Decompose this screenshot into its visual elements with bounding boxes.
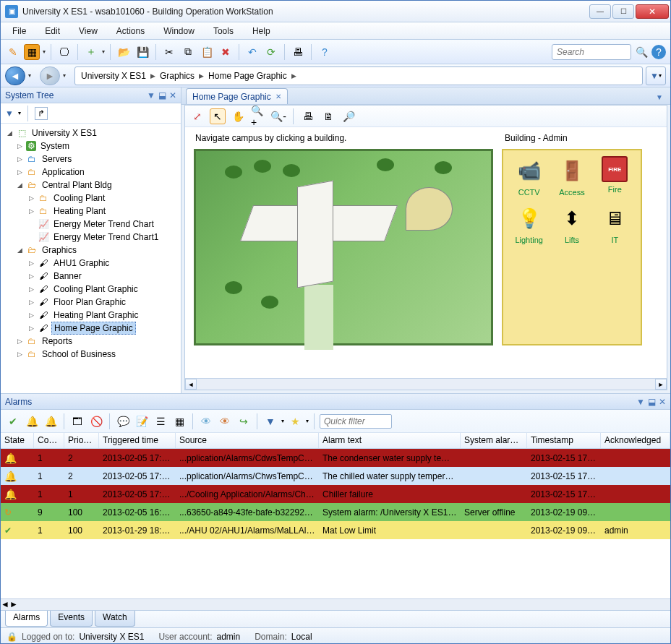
print-icon[interactable]: 🖶 [300,108,316,124]
breadcrumb-box[interactable]: University X ES1 ▶ Graphics ▶ Home Page … [74,66,643,85]
tool-open-icon[interactable]: 📂 [116,44,132,60]
bell-icon[interactable]: 🔔 [24,413,40,429]
tool-check-icon[interactable]: ✎ [5,44,21,60]
pan-icon[interactable]: ✋ [230,108,246,124]
panel-item-fire[interactable]: FIREFire [595,156,635,197]
log-icon[interactable]: 📝 [134,413,150,429]
tree-node-reports[interactable]: ▷🗀Reports [4,335,181,348]
search-input[interactable] [552,44,631,60]
tool-help-icon[interactable]: ? [317,44,333,60]
scroll-left-icon[interactable]: ◄ [1,599,9,610]
tab-alarms[interactable]: Alarms [5,611,48,627]
pointer-icon[interactable]: ↖ [210,108,226,124]
tree-node-graphics[interactable]: ◢🗁Graphics [4,244,181,257]
zoom-reset-icon[interactable]: ⤢ [189,108,205,124]
panel-pin-icon[interactable]: ⬓ [648,397,656,407]
panel-dropdown-icon[interactable]: ▼ [636,397,645,407]
context-help-icon[interactable]: ? [651,45,666,59]
panel-item-cctv[interactable]: 📹CCTV [509,156,549,197]
panel-close-icon[interactable]: ✕ [659,397,666,407]
bell-mute-icon[interactable]: 🔔 [43,413,59,429]
tool-delete-icon[interactable]: ✖ [218,44,234,60]
dropdown-icon[interactable]: ▾ [43,48,46,55]
nav-back-button[interactable]: ◄ [5,66,25,85]
dropdown-icon[interactable]: ▾ [102,48,105,55]
funnel-icon[interactable]: ▼ [262,413,278,429]
tab-close-icon[interactable]: ✕ [275,93,281,100]
alarm-disable-icon[interactable]: 🚫 [88,413,104,429]
tree-node-system[interactable]: ▷⚙System [4,139,181,153]
tree-node-home[interactable]: ▷🖌Home Page Graphic [4,322,181,335]
tab-events[interactable]: Events [50,611,93,627]
tool-monitor-icon[interactable]: 🖵 [56,44,72,60]
breadcrumb-0[interactable]: University X ES1 [81,71,146,81]
building-cross[interactable] [297,181,333,288]
tree-node-central[interactable]: ◢🗁Central Plant Bldg [4,179,181,192]
tree-node-emtc1[interactable]: 📈Energy Meter Trend Chart1 [4,231,181,244]
panel-pin-icon[interactable]: ⬓ [158,90,166,100]
ack-icon[interactable]: ✔ [5,413,21,429]
menu-edit[interactable]: Edit [38,24,67,38]
nav-forward-button[interactable]: ► [40,66,60,85]
alarm-row[interactable]: ↻ 9 100 2013-02-05 16:53:... ...63650-a8… [1,503,670,521]
tool-add-icon[interactable]: ＋ [83,44,99,60]
menu-help[interactable]: Help [245,24,278,38]
search-button-icon[interactable]: 🔍 [634,45,649,59]
menu-file[interactable]: File [5,24,33,38]
campus-map[interactable] [194,149,493,345]
alarm-row[interactable]: 🔔 1 2 2013-02-05 17:08:... ...pplication… [1,467,670,485]
alarm-view-icon[interactable]: 🗔 [69,413,85,429]
tree-node-ahu1[interactable]: ▷🖌AHU1 Graphic [4,257,181,270]
star-icon[interactable]: ★ [287,413,303,429]
content-hscrollbar[interactable]: ◄ ► [185,378,667,390]
find-icon[interactable]: 🔎 [341,108,356,124]
close-button[interactable]: ✕ [636,4,669,19]
nav-forward-dropdown-icon[interactable]: ▾ [63,72,72,79]
panel-close-icon[interactable]: ✕ [169,90,176,100]
tool-cut-icon[interactable]: ✂ [161,44,177,60]
tree-node-sob[interactable]: ▷🗀School of Business [4,348,181,361]
col-system-alarm-id[interactable]: System alarm ID [461,433,527,448]
col-state[interactable]: State [1,433,34,448]
tool-refresh-icon[interactable]: ⟳ [263,44,279,60]
tree-node-application[interactable]: ▷🗀Application [4,166,181,179]
maximize-button[interactable]: ☐ [612,4,634,19]
tree-node-heating[interactable]: ▷🗀Heating Plant [4,205,181,218]
tree-node-servers[interactable]: ▷🗀Servers [4,153,181,166]
tree-root[interactable]: ◢⬚University X ES1 [4,126,181,139]
scroll-left-icon[interactable]: ◄ [185,379,197,390]
tool-paste-icon[interactable]: 📋 [199,44,215,60]
scroll-right-icon[interactable]: ► [9,599,18,610]
menu-actions[interactable]: Actions [109,24,152,38]
panel-item-lifts[interactable]: ⬍Lifts [552,204,591,244]
hide-icon[interactable]: 👁 [217,413,233,429]
print-preview-icon[interactable]: 🗎 [320,108,336,124]
nav-back-dropdown-icon[interactable]: ▾ [28,72,37,79]
alarm-row[interactable]: ✔ 1 100 2013-01-29 18:02:... .../AHU 02/… [1,521,670,539]
tree-node-floor[interactable]: ▷🖌Floor Plan Graphic [4,296,181,309]
col-timestamp[interactable]: Timestamp [527,433,601,448]
scroll-right-icon[interactable]: ► [655,379,667,390]
menu-view[interactable]: View [72,24,105,38]
minimize-button[interactable]: — [589,4,611,19]
menu-tools[interactable]: Tools [206,24,241,38]
tree-node-banner[interactable]: ▷🖌Banner [4,270,181,283]
tool-save-icon[interactable]: 💾 [134,44,150,60]
panel-dropdown-icon[interactable]: ▼ [147,90,155,100]
comment-icon[interactable]: 💬 [115,413,131,429]
funnel-icon[interactable]: ▼ [5,108,14,119]
building-round[interactable] [406,187,453,231]
alarm-row[interactable]: 🔔 1 1 2013-02-05 17:08:... .../Cooling A… [1,485,670,503]
col-source[interactable]: Source [176,433,319,448]
quick-filter-input[interactable] [320,414,392,429]
tool-undo-icon[interactable]: ↶ [244,44,260,60]
breadcrumb-1[interactable]: Graphics [160,71,195,81]
panel-item-it[interactable]: 🖥IT [595,204,635,244]
tool-copy-icon[interactable]: ⧉ [180,44,196,60]
alarm-row[interactable]: 🔔 1 2 2013-02-05 17:08:... ...pplication… [1,449,670,467]
col-acknowledged[interactable]: Acknowledged [601,433,670,448]
tool-window-icon[interactable]: ▦ [24,44,40,60]
dropdown-icon[interactable]: ▾ [18,110,21,116]
tree-node-emtc[interactable]: 📈Energy Meter Trend Chart [4,218,181,231]
list-icon[interactable]: ☰ [153,413,168,429]
